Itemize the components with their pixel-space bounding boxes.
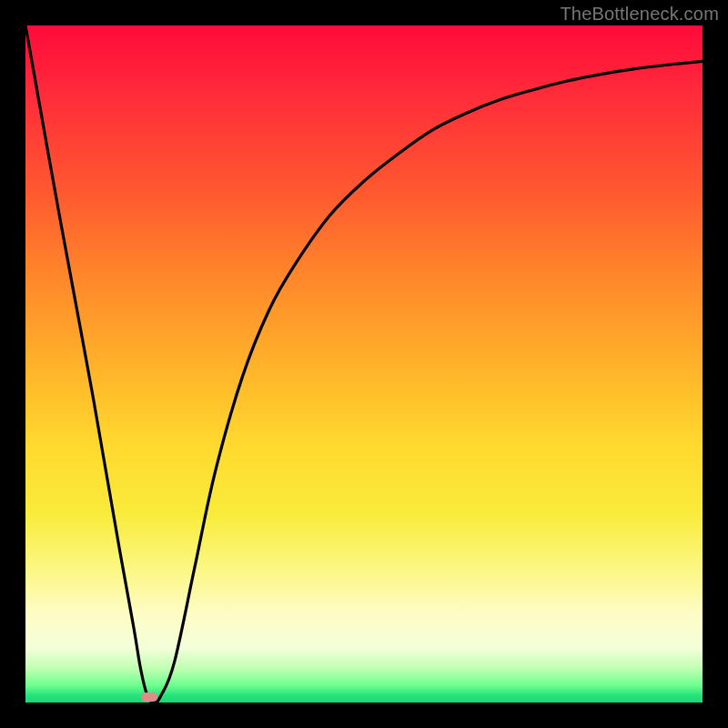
watermark-text: TheBottleneck.com [560, 4, 719, 25]
plot-area [25, 25, 703, 703]
bottleneck-curve [25, 25, 703, 703]
chart-frame: TheBottleneck.com [0, 0, 728, 728]
minimum-marker [141, 693, 157, 702]
